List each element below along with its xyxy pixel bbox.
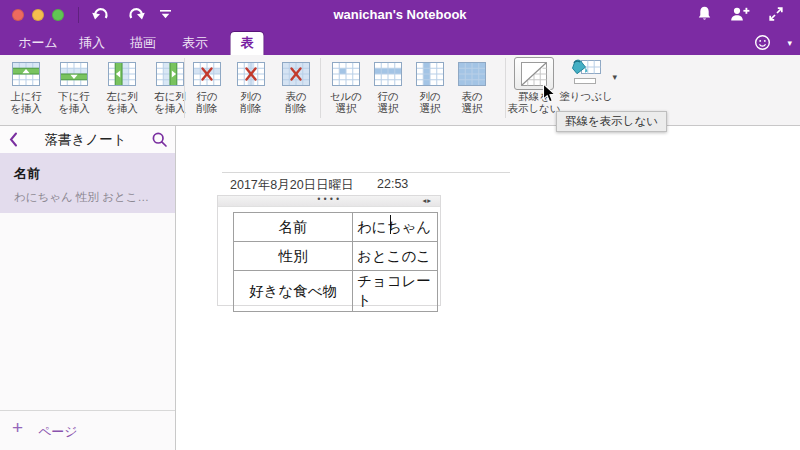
ribbon-button-label: 選択 <box>444 103 500 115</box>
notebook-section-title: 落書きノート <box>20 126 151 153</box>
content-table-body: 名前わにちゃん性別おとこのこ好きな食べ物チョコレート <box>234 213 438 312</box>
sidebar-header: 落書きノート <box>0 126 175 154</box>
tab-bar: ▾ ホーム挿入描画表示表 <box>0 30 800 55</box>
drag-dots-icon: •••• <box>218 195 440 205</box>
undo-button[interactable] <box>88 4 114 26</box>
enter-fullscreen-button[interactable] <box>763 5 789 27</box>
tab-table[interactable]: 表 <box>230 31 265 55</box>
titlebar-divider <box>78 7 79 23</box>
delete-table-button[interactable]: 表の削除 <box>268 57 324 114</box>
notifications-button[interactable] <box>691 5 717 27</box>
page-date: 2017年8月20日日曜日 <box>230 177 354 194</box>
smiley-icon <box>754 37 771 54</box>
fill-color-button[interactable]: 塗りつぶし▾ <box>554 57 618 103</box>
table-frame: •••• ◂▸ 名前わにちゃん性別おとこのこ好きな食べ物チョコレート <box>217 195 441 306</box>
page-list: 名前わにちゃん 性別 おとこ… <box>0 153 175 213</box>
expand-arrows-icon <box>768 6 784 26</box>
window-titlebar: wanichan's Notebook <box>0 0 800 30</box>
table-cell[interactable]: 性別 <box>234 242 353 271</box>
page-list-item[interactable]: 名前わにちゃん 性別 おとこ… <box>0 153 175 213</box>
ribbon: 上に行を挿入下に行を挿入左に列を挿入右に列を挿入行の削除列の削除表の削除セルの選… <box>0 55 800 126</box>
onenote-window: wanichan's Notebook ▾ ホーム挿入描画表示表 上に行を挿入下… <box>0 0 800 450</box>
mouse-cursor <box>542 83 557 108</box>
page-item-preview: わにちゃん 性別 おとこ… <box>14 190 161 205</box>
ribbon-button-label: 表の <box>444 91 500 103</box>
ribbon-button-label: 表の <box>268 91 324 103</box>
back-button[interactable] <box>8 131 20 148</box>
select-table-button[interactable]: 表の選択 <box>444 57 500 114</box>
delete-table-icon <box>268 57 324 90</box>
ribbon-button-label: 塗りつぶし <box>554 91 618 103</box>
page-time: 22:53 <box>377 177 408 191</box>
table-cell[interactable]: わにちゃん <box>353 213 438 242</box>
ribbon-group-divider <box>320 58 321 118</box>
table-row: 好きな食べ物チョコレート <box>234 271 438 312</box>
tab-view[interactable]: 表示 <box>182 30 208 55</box>
content-table: 名前わにちゃん性別おとこのこ好きな食べ物チョコレート <box>233 212 438 312</box>
search-button[interactable] <box>151 131 169 149</box>
table-row: 名前わにちゃん <box>234 213 438 242</box>
ribbon-group-divider <box>184 58 185 118</box>
page-title-underline <box>222 172 510 173</box>
tab-insert[interactable]: 挿入 <box>79 30 105 55</box>
sidebar: 落書きノート 名前わにちゃん 性別 おとこ… + ページ <box>0 126 176 450</box>
page-item-title: 名前 <box>14 165 161 183</box>
add-people-icon <box>729 6 750 26</box>
fill-color-dropdown-arrow-icon[interactable]: ▾ <box>612 72 617 82</box>
back-chevron-icon <box>8 134 18 151</box>
table-cell[interactable]: 名前 <box>234 213 353 242</box>
ribbon-group-divider <box>505 58 506 118</box>
fullscreen-window-button[interactable] <box>52 9 64 21</box>
share-notebook-button[interactable] <box>726 5 752 27</box>
bell-icon <box>696 5 713 27</box>
select-table-icon <box>444 57 500 90</box>
plus-icon: + <box>12 417 23 439</box>
fill-color-icon <box>554 57 618 90</box>
search-icon <box>151 134 168 151</box>
window-title: wanichan's Notebook <box>120 0 680 30</box>
page-canvas[interactable]: 2017年8月20日日曜日 22:53 •••• ◂▸ 名前わにちゃん性別おとこ… <box>177 126 800 450</box>
tooltip: 罫線を表示しない <box>556 111 667 132</box>
tab-home[interactable]: ホーム <box>18 30 58 55</box>
text-caret <box>390 215 391 234</box>
close-window-button[interactable] <box>12 9 24 21</box>
add-page-label: ページ <box>38 423 78 441</box>
table-cell[interactable]: おとこのこ <box>353 242 438 271</box>
table-cell[interactable]: チョコレート <box>353 271 438 312</box>
feedback-smiley-button[interactable] <box>754 34 772 52</box>
resize-arrows-icon[interactable]: ◂▸ <box>422 196 432 206</box>
feedback-dropdown-icon[interactable]: ▾ <box>787 38 792 48</box>
tab-draw[interactable]: 描画 <box>130 30 156 55</box>
table-row: 性別おとこのこ <box>234 242 438 271</box>
table-drag-handle[interactable]: •••• ◂▸ <box>218 196 440 207</box>
minimize-window-button[interactable] <box>32 9 44 21</box>
undo-icon <box>91 5 111 25</box>
ribbon-button-label: 削除 <box>268 103 324 115</box>
table-cell[interactable]: 好きな食べ物 <box>234 271 353 312</box>
sidebar-footer: + ページ <box>0 410 175 450</box>
